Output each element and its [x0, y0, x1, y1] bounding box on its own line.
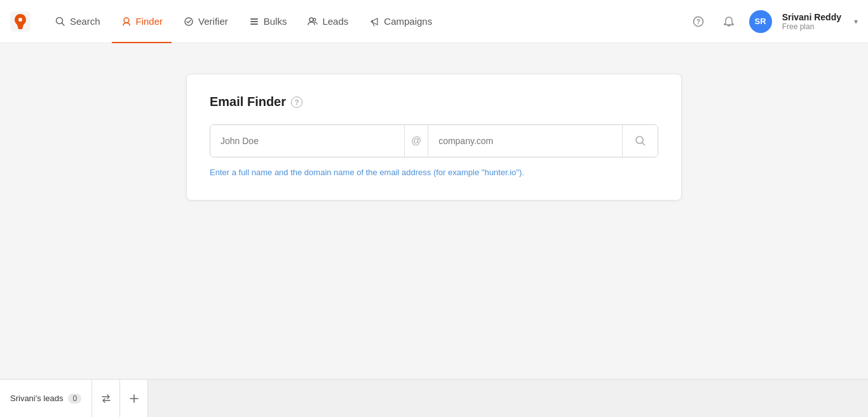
bottom-bar: Srivani's leads 0 [0, 379, 868, 417]
main-content: Email Finder ? @ Enter a full name and t… [0, 43, 868, 379]
verifier-icon [183, 16, 194, 27]
nav-label-verifier: Verifier [198, 16, 228, 27]
nav-label-campaigns: Campaigns [384, 16, 432, 27]
leads-tab[interactable]: Srivani's leads 0 [0, 380, 92, 417]
leads-tab-count: 0 [68, 394, 81, 404]
email-finder-card: Email Finder ? @ Enter a full name and t… [186, 74, 682, 201]
svg-point-1 [18, 18, 22, 22]
find-button[interactable] [622, 125, 658, 157]
add-tab-button[interactable] [120, 380, 148, 417]
nav-item-campaigns[interactable]: Campaigns [360, 0, 441, 43]
leads-tab-label: Srivani's leads [10, 394, 63, 403]
svg-text:?: ? [696, 18, 700, 25]
nav-item-bulks[interactable]: Bulks [240, 0, 296, 43]
card-title-row: Email Finder ? [210, 95, 658, 109]
svg-line-15 [642, 143, 644, 145]
svg-point-10 [313, 18, 316, 21]
logo[interactable] [10, 11, 31, 32]
nav-item-search[interactable]: Search [46, 0, 109, 43]
email-finder-title: Email Finder [210, 95, 286, 109]
search-icon [55, 16, 66, 27]
nav-label-search: Search [70, 16, 100, 27]
domain-input[interactable] [428, 125, 622, 157]
nav-right: ? SR Srivani Reddy Free plan ▾ [688, 10, 858, 33]
nav-item-finder[interactable]: Finder [112, 0, 172, 43]
name-input[interactable] [210, 125, 404, 157]
finder-icon [121, 16, 132, 27]
leads-icon [307, 16, 318, 27]
nav-label-leads: Leads [322, 16, 348, 27]
svg-point-9 [309, 18, 313, 22]
card-help-icon[interactable]: ? [291, 96, 302, 108]
nav-label-bulks: Bulks [264, 16, 287, 27]
svg-rect-6 [250, 18, 258, 20]
bulks-icon [248, 16, 260, 27]
campaigns-icon [369, 16, 380, 27]
navbar: Search Finder Verifier [0, 0, 868, 43]
svg-line-11 [373, 23, 374, 26]
email-finder-search-row: @ [210, 124, 658, 157]
chevron-down-icon: ▾ [854, 17, 858, 26]
at-separator: @ [404, 125, 428, 157]
svg-line-3 [62, 23, 65, 25]
nav-links: Search Finder Verifier [46, 0, 688, 43]
svg-point-4 [124, 18, 129, 23]
nav-item-leads[interactable]: Leads [298, 0, 357, 43]
svg-rect-8 [250, 23, 258, 25]
transfer-button[interactable] [92, 380, 120, 417]
svg-rect-7 [250, 21, 258, 22]
help-button[interactable]: ? [688, 11, 709, 32]
user-info[interactable]: Srivani Reddy Free plan [782, 12, 841, 31]
user-plan: Free plan [782, 22, 841, 31]
hint-text: Enter a full name and the domain name of… [210, 168, 658, 177]
user-name: Srivani Reddy [782, 12, 841, 22]
notifications-button[interactable] [719, 11, 739, 32]
user-avatar[interactable]: SR [749, 10, 772, 33]
nav-label-finder: Finder [136, 16, 163, 27]
nav-item-verifier[interactable]: Verifier [174, 0, 237, 43]
